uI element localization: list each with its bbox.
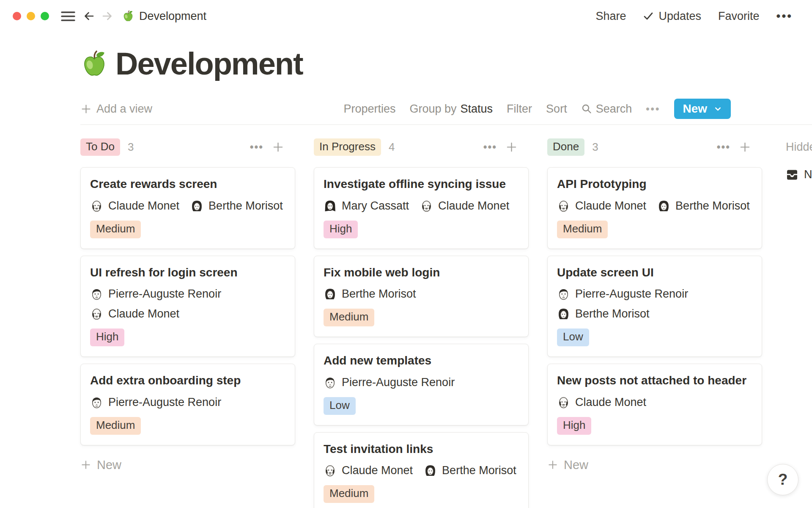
assignee-name: Berthe Morisot (208, 199, 283, 213)
column-add-icon[interactable] (505, 141, 518, 153)
sidebar-menu-icon[interactable] (61, 11, 75, 22)
column-add-icon[interactable] (272, 141, 284, 153)
assignee-name: Claude Monet (438, 199, 509, 213)
assignee-name: Claude Monet (575, 396, 646, 409)
column-in-progress: In Progress 4 ••• Investigate offline sy… (314, 138, 529, 508)
kanban-card[interactable]: Test invitation links Claude Monet Berth… (314, 432, 529, 508)
kanban-card[interactable]: API Prototyping Claude Monet Berthe Mori… (547, 167, 762, 249)
assignee: Berthe Morisot (657, 199, 750, 213)
assignee-list: Pierre-Auguste Renoir (90, 396, 285, 409)
help-button[interactable]: ? (767, 464, 798, 495)
column-add-icon[interactable] (739, 141, 751, 153)
sort-button[interactable]: Sort (546, 102, 567, 116)
breadcrumb[interactable]: Development (122, 10, 206, 23)
kanban-card[interactable]: New posts not attached to header Claude … (547, 364, 762, 445)
add-card-button[interactable]: New (80, 458, 295, 472)
share-button[interactable]: Share (595, 10, 626, 23)
inbox-icon (786, 168, 798, 181)
assignee: Claude Monet (324, 464, 413, 477)
hidden-group-no-status[interactable]: No Status (786, 168, 812, 181)
priority-badge: Medium (324, 309, 374, 326)
view-toolbar: Add a view Properties Group byStatus Fil… (80, 99, 731, 119)
assignee: Claude Monet (90, 199, 179, 213)
column-count: 4 (389, 141, 395, 154)
assignee: Pierre-Auguste Renoir (324, 376, 455, 389)
page-emoji-icon (122, 10, 134, 22)
column-more-icon[interactable]: ••• (717, 141, 730, 153)
avatar (424, 464, 437, 477)
add-view-button[interactable]: Add a view (80, 102, 152, 116)
search-button[interactable]: Search (581, 102, 632, 116)
card-title: Fix mobile web login (324, 265, 519, 280)
avatar (557, 287, 570, 301)
assignee: Pierre-Auguste Renoir (90, 396, 221, 409)
assignee-name: Pierre-Auguste Renoir (342, 376, 455, 389)
forward-arrow-icon[interactable] (101, 9, 114, 23)
assignee-name: Berthe Morisot (442, 464, 516, 477)
card-title: API Prototyping (557, 177, 752, 191)
column-count: 3 (128, 141, 134, 154)
column-status-badge[interactable]: To Do (80, 138, 120, 156)
group-by-button[interactable]: Group byStatus (410, 102, 493, 116)
assignee-list: Pierre-Auguste Renoir Berthe Morisot (557, 287, 752, 320)
assignee: Berthe Morisot (190, 199, 283, 213)
priority-badge: High (557, 417, 591, 435)
assignee: Pierre-Auguste Renoir (90, 287, 221, 301)
column-status-badge[interactable]: In Progress (314, 138, 381, 156)
more-options-icon[interactable]: ••• (776, 9, 793, 23)
back-arrow-icon[interactable] (82, 9, 96, 23)
view-more-options-icon[interactable]: ••• (646, 103, 660, 115)
add-view-label: Add a view (96, 102, 152, 116)
page-title[interactable]: Development (115, 46, 303, 82)
add-card-label: New (97, 458, 121, 472)
new-button-label: New (683, 102, 707, 116)
kanban-card[interactable]: UI refresh for login screen Pierre-Augus… (80, 256, 295, 357)
hidden-columns-label[interactable]: Hidden columns (786, 138, 812, 156)
column-more-icon[interactable]: ••• (250, 141, 263, 153)
assignee-list: Pierre-Auguste Renoir (324, 376, 519, 389)
column-count: 3 (592, 141, 598, 154)
hidden-columns-section: Hidden columns No Status (786, 138, 812, 181)
priority-badge: Low (324, 397, 356, 415)
assignee: Berthe Morisot (557, 307, 650, 320)
window-controls (13, 12, 49, 20)
updates-button[interactable]: Updates (643, 10, 701, 23)
column-more-icon[interactable]: ••• (483, 141, 497, 153)
favorite-button[interactable]: Favorite (718, 10, 760, 23)
kanban-card[interactable]: Investigate offline syncing issue Mary C… (314, 167, 529, 249)
kanban-card[interactable]: Create rewards screen Claude Monet Berth… (80, 167, 295, 249)
window-close-button[interactable] (13, 12, 21, 20)
window-zoom-button[interactable] (41, 12, 49, 20)
properties-button[interactable]: Properties (343, 102, 395, 116)
priority-badge: Medium (90, 417, 141, 435)
avatar (324, 287, 337, 301)
assignee-list: Claude Monet Berthe Morisot (557, 199, 752, 213)
add-card-label: New (564, 458, 588, 472)
kanban-card[interactable]: Add new templates Pierre-Auguste Renoir … (314, 344, 529, 425)
card-title: Create rewards screen (90, 177, 285, 191)
avatar (324, 199, 337, 213)
assignee-name: Claude Monet (108, 199, 179, 213)
add-card-button[interactable]: New (547, 458, 762, 472)
kanban-card[interactable]: Add extra onboarding step Pierre-Auguste… (80, 364, 295, 445)
window-minimize-button[interactable] (27, 12, 35, 20)
assignee-name: Berthe Morisot (342, 287, 416, 301)
avatar (657, 199, 670, 213)
column-status-badge[interactable]: Done (547, 138, 584, 156)
updates-label: Updates (658, 10, 701, 23)
kanban-card[interactable]: Update screen UI Pierre-Auguste Renoir B… (547, 256, 762, 357)
avatar (557, 307, 570, 320)
priority-badge: High (90, 329, 124, 346)
new-button[interactable]: New (674, 99, 731, 119)
column-header: To Do 3 ••• (80, 138, 295, 156)
card-title: Investigate offline syncing issue (324, 177, 519, 191)
assignee: Claude Monet (557, 396, 646, 409)
filter-button[interactable]: Filter (507, 102, 532, 116)
group-by-value: Status (461, 102, 493, 115)
page-emoji-icon-large[interactable] (80, 49, 108, 79)
column-header: In Progress 4 ••• (314, 138, 529, 156)
card-title: Test invitation links (324, 442, 519, 456)
assignee-name: Berthe Morisot (675, 199, 750, 213)
card-title: Add new templates (324, 353, 519, 368)
kanban-card[interactable]: Fix mobile web login Berthe Morisot Medi… (314, 256, 529, 337)
